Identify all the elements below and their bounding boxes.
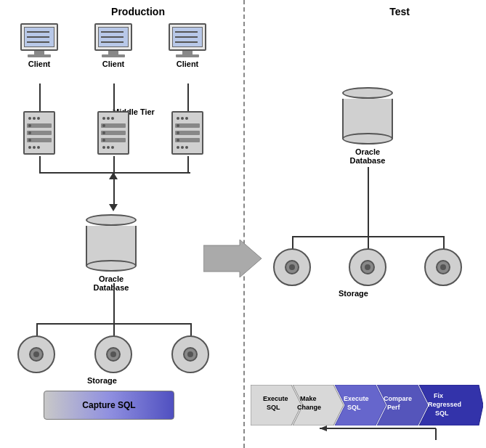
capture-sql-pill: Capture SQL bbox=[44, 391, 174, 420]
test-disc-1 bbox=[273, 248, 311, 286]
line-test-disc3 bbox=[443, 236, 445, 249]
line-disc2 bbox=[113, 323, 115, 336]
svg-text:Regressed: Regressed bbox=[428, 401, 461, 408]
line-test-disc1 bbox=[292, 236, 293, 249]
flow-steps-svg: Execute SQL Make Change Execute SQL Comp… bbox=[251, 385, 483, 425]
feedback-arrow bbox=[305, 425, 450, 446]
prod-disc-3 bbox=[171, 335, 209, 373]
line-s1-down bbox=[39, 156, 41, 173]
prod-disc-2 bbox=[94, 335, 132, 373]
line-s2-down bbox=[113, 156, 115, 173]
svg-text:Fix: Fix bbox=[434, 392, 443, 399]
test-title: Test bbox=[349, 6, 450, 17]
svg-text:SQL: SQL bbox=[435, 410, 449, 417]
line-client1-down bbox=[39, 84, 41, 111]
production-title: Production bbox=[65, 6, 211, 17]
client-computer-2: Client bbox=[94, 23, 132, 68]
line-disc3 bbox=[190, 323, 192, 336]
arrow-up-from-db bbox=[109, 172, 118, 179]
client-computer-3: Client bbox=[169, 23, 206, 68]
line-test-disc2 bbox=[368, 236, 369, 249]
svg-text:Change: Change bbox=[297, 404, 321, 411]
svg-text:Perf: Perf bbox=[387, 404, 401, 411]
line-client3-down bbox=[187, 84, 189, 111]
svg-text:Execute: Execute bbox=[263, 395, 288, 402]
line-db-to-storage bbox=[113, 283, 115, 323]
server-2 bbox=[97, 111, 129, 155]
svg-text:SQL: SQL bbox=[267, 404, 280, 411]
divider bbox=[243, 0, 245, 448]
prod-storage-label: Storage bbox=[87, 376, 117, 385]
svg-text:SQL: SQL bbox=[347, 404, 361, 411]
svg-text:Make: Make bbox=[300, 395, 317, 402]
production-oracle-db: OracleDatabase bbox=[86, 214, 137, 292]
svg-text:Execute: Execute bbox=[344, 395, 369, 402]
test-storage-label: Storage bbox=[339, 289, 368, 298]
client-computer-1: Client bbox=[20, 23, 58, 68]
server-3 bbox=[171, 111, 203, 155]
line-disc1 bbox=[36, 323, 38, 336]
line-client2-down bbox=[113, 84, 115, 111]
line-s3-down bbox=[187, 156, 189, 173]
diagram: Production Test Client bbox=[0, 0, 486, 448]
test-oracle-db: OracleDatabase bbox=[342, 87, 393, 165]
test-disc-3 bbox=[424, 248, 462, 286]
server-1 bbox=[23, 111, 55, 155]
svg-marker-18 bbox=[320, 425, 327, 431]
arrow-to-db bbox=[109, 204, 118, 211]
svg-marker-0 bbox=[203, 240, 262, 277]
svg-text:Compare: Compare bbox=[384, 395, 412, 402]
prod-disc-1 bbox=[17, 335, 55, 373]
big-arrow-svg bbox=[203, 240, 262, 277]
test-disc-2 bbox=[349, 248, 386, 286]
line-test-db-down bbox=[368, 167, 369, 236]
